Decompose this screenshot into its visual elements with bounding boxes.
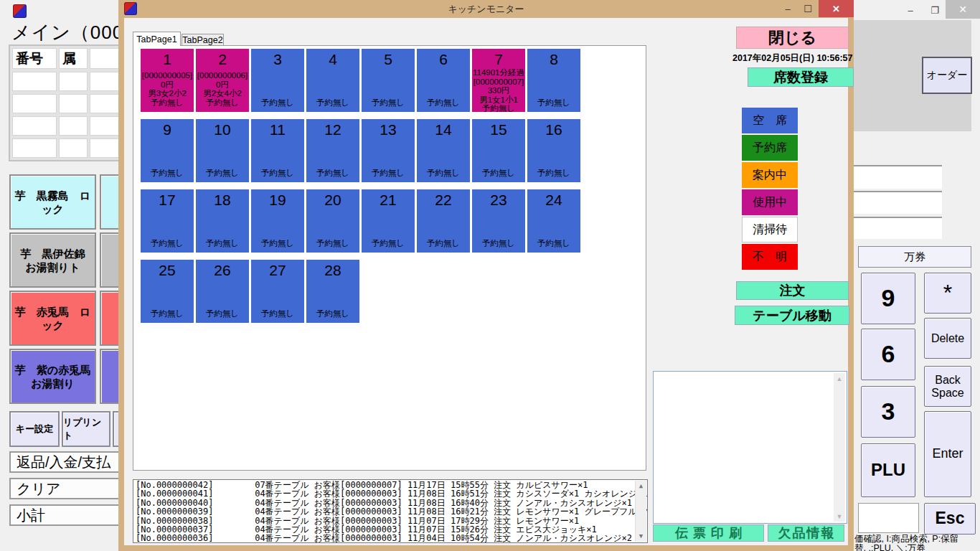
table-tile-3[interactable]: 3予約無し (251, 49, 304, 112)
table-number: 3 (273, 50, 282, 68)
wide-button-3[interactable]: 小計 (9, 504, 135, 526)
key-enter[interactable]: Enter (924, 411, 971, 497)
table-info: 予約無し (427, 169, 460, 178)
table-number: 5 (384, 50, 392, 68)
table-tile-22[interactable]: 22予約無し (417, 189, 470, 253)
table-info: 予約無し (316, 239, 349, 248)
table-info: 予約無し (151, 239, 184, 248)
legend-guiding: 案内中 (742, 162, 798, 188)
table-tile-10[interactable]: 10予約無し (196, 119, 249, 182)
scroll-down-icon[interactable]: ▼ (834, 511, 845, 522)
table-info: 予約無し (427, 239, 460, 248)
table-tile-27[interactable]: 27予約無し (251, 260, 304, 323)
table-tile-23[interactable]: 23予約無し (472, 189, 525, 253)
table-cell (12, 116, 57, 136)
order-button[interactable]: オーダー (922, 57, 972, 94)
legend-unknown: 不 明 (742, 244, 798, 270)
table-number: 8 (550, 50, 558, 68)
table-tile-25[interactable]: 25予約無し (141, 260, 194, 323)
product-button[interactable]: 芋 黒伊佐錦 お湯割りト (9, 232, 96, 288)
table-tile-5[interactable]: 5予約無し (362, 49, 415, 112)
table-tile-15[interactable]: 15予約無し (472, 119, 525, 182)
table-tile-9[interactable]: 9予約無し (141, 119, 194, 182)
table-info: 予約無し (151, 309, 184, 319)
product-button[interactable]: 芋 赤兎馬 ロック (9, 291, 96, 346)
tab-tabpage2[interactable]: TabPage2 (182, 34, 224, 46)
scroll-down-icon[interactable]: ▼ (636, 531, 646, 542)
table-tile-1[interactable]: 1[0000000005]0円男3女2小2予約無し (141, 49, 194, 112)
list-item (849, 165, 942, 189)
table-cell (12, 138, 57, 158)
function-button-row: キー設定リプリント (9, 411, 127, 447)
table-tile-4[interactable]: 4予約無し (306, 49, 359, 112)
slip-print-button[interactable]: 伝票印刷 (653, 524, 764, 542)
table-tile-26[interactable]: 26予約無し (196, 260, 249, 323)
table-tile-24[interactable]: 24予約無し (527, 189, 580, 253)
table-number: 21 (380, 191, 396, 209)
minimize-icon[interactable]: – (779, 1, 796, 17)
scroll-up-icon[interactable]: ▲ (834, 373, 845, 384)
table-number: 17 (159, 191, 175, 209)
detail-listbox[interactable]: ▲ ▼ (653, 371, 847, 524)
table-tile-7[interactable]: 7114901分経過[0000000007]330円男1女1小1予約無し (472, 49, 525, 112)
manken-button[interactable]: 万券 (858, 246, 971, 268)
key-delete[interactable]: Delete (924, 318, 971, 359)
table-tile-2[interactable]: 2[0000000006]0円男2女4小2予約無し (196, 49, 249, 112)
table-info: 予約無し (482, 169, 515, 178)
key-plu[interactable]: PLU (861, 443, 915, 497)
header-cell: 番号 (12, 48, 57, 69)
table-info: [0000000006]0円男2女4小2予約無し (197, 71, 248, 107)
restore-icon[interactable]: ❐ (925, 2, 944, 18)
key-*[interactable]: * (924, 273, 971, 314)
function-button-2[interactable]: リプリント (62, 411, 110, 447)
seat-register-button[interactable]: 席数登録 (748, 67, 854, 87)
table-tile-11[interactable]: 11予約無し (251, 119, 304, 182)
maximize-icon[interactable]: ☐ (799, 1, 816, 17)
scroll-up-icon[interactable]: ▲ (636, 481, 646, 491)
product-button[interactable]: 芋 黒霧島 ロック (9, 174, 96, 230)
table-tile-13[interactable]: 13予約無し (362, 119, 415, 182)
table-tile-20[interactable]: 20予約無し (306, 189, 359, 253)
tab-tabpage1[interactable]: TabPage1 (133, 32, 181, 46)
table-cell (12, 94, 57, 113)
table-tile-6[interactable]: 6予約無し (417, 49, 470, 112)
header-cell: 属 (59, 48, 88, 69)
table-tile-14[interactable]: 14予約無し (417, 119, 470, 182)
table-number: 19 (269, 191, 286, 209)
scrollbar[interactable]: ▲ ▼ (834, 373, 845, 522)
table-tile-16[interactable]: 16予約無し (527, 119, 580, 182)
minimize-icon[interactable]: – (901, 2, 920, 18)
order-log-list[interactable]: ▲ ▼ [No.0000000042] 07番テーブル お客様[00000000… (133, 479, 648, 543)
product-button[interactable]: 芋 紫の赤兎馬 お湯割り (9, 349, 96, 404)
stockout-info-button[interactable]: 欠品情報 (768, 524, 844, 542)
close-kitchen-button[interactable]: 閉じる (736, 27, 849, 49)
scrollbar[interactable]: ▲ ▼ (635, 481, 646, 542)
key-back-space[interactable]: Back Space (924, 366, 971, 407)
key-9[interactable]: 9 (861, 273, 915, 324)
wide-button-2[interactable]: クリア (9, 478, 135, 499)
table-number: 20 (324, 191, 341, 209)
table-move-button[interactable]: テーブル移動 (735, 306, 849, 325)
table-tile-17[interactable]: 17予約無し (141, 189, 194, 253)
table-cell (59, 94, 88, 113)
function-button-1[interactable]: キー設定 (9, 411, 60, 447)
wide-button-1[interactable]: 返品/入金/支払 (9, 451, 135, 473)
log-line: [No.0000000039] 04番テーブル お客様[0000000003] … (136, 507, 633, 516)
close-icon[interactable]: ✕ (819, 0, 854, 17)
table-tile-28[interactable]: 28予約無し (306, 260, 359, 323)
key-6[interactable]: 6 (861, 329, 915, 380)
table-tile-18[interactable]: 18予約無し (196, 189, 249, 253)
close-icon[interactable]: ✕ (946, 0, 980, 19)
table-tile-21[interactable]: 21予約無し (362, 189, 415, 253)
table-tile-8[interactable]: 8予約無し (527, 49, 580, 112)
table-info: 予約無し (372, 98, 405, 108)
table-info: 予約無し (482, 239, 515, 248)
table-tile-12[interactable]: 12予約無し (306, 119, 359, 182)
order-entry-button[interactable]: 注文 (736, 281, 849, 300)
key-3[interactable]: 3 (861, 386, 915, 438)
keypad-input[interactable] (858, 503, 919, 533)
table-cell (59, 116, 88, 136)
list-item (849, 217, 942, 239)
esc-key[interactable]: Esc (924, 503, 976, 534)
table-tile-19[interactable]: 19予約無し (251, 189, 304, 253)
